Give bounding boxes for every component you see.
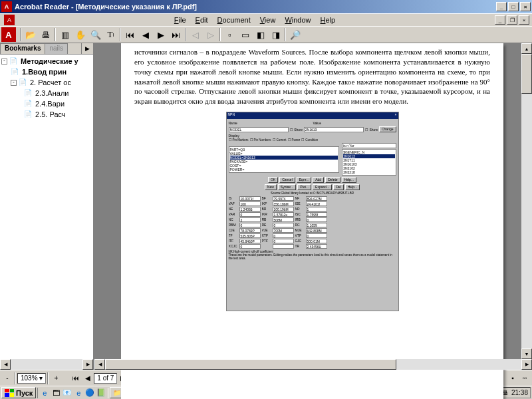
page-field[interactable]: 1 of 7 xyxy=(94,373,117,384)
prev-page-button[interactable]: ◀ xyxy=(138,27,153,42)
mdi-menubar: A FFileile Edit Document View Window Hel… xyxy=(0,13,532,26)
ie-icon[interactable]: e xyxy=(73,388,84,398)
nav-sidebar: Bookmarks nails ▶ - 📄 Методические у 📄 1… xyxy=(0,43,94,370)
tree-item[interactable]: - 📄 2. Расчет ос xyxy=(1,77,92,88)
app-icon[interactable]: 🔵 xyxy=(84,388,95,398)
bookmark-icon: 📄 xyxy=(24,100,33,108)
tab-thumbnails[interactable]: nails xyxy=(45,43,68,54)
bookmark-icon: 📄 xyxy=(24,110,33,118)
zoom-field[interactable]: 103% ▾ xyxy=(17,373,46,384)
menu-edit[interactable]: Edit xyxy=(191,16,213,24)
adobe-icon: A xyxy=(1,27,16,42)
tree-item[interactable]: 📄 2.4.Вари xyxy=(1,98,92,109)
back-button[interactable]: ◁ xyxy=(188,27,203,42)
ie-icon[interactable]: e xyxy=(39,388,50,398)
last-page-button[interactable]: ⏭ xyxy=(168,27,184,42)
title-doc: [Методические указания к ЛР.pdf] xyxy=(76,3,197,11)
quick-launch: e 🗔 📧 e 🔵 📗 xyxy=(37,388,108,398)
close-button[interactable]: × xyxy=(520,2,531,11)
mdi-close[interactable]: × xyxy=(519,15,529,25)
tree-item[interactable]: 📄 2.3.Анали xyxy=(1,88,92,98)
find-button[interactable]: 🔎 xyxy=(287,27,303,42)
forward-button[interactable]: ▷ xyxy=(203,27,218,42)
collapse-icon[interactable]: - xyxy=(1,59,7,65)
menu-window[interactable]: Window xyxy=(280,16,315,24)
title-app: Acrobat Reader xyxy=(15,3,69,11)
body-text: источники сигналов – в подразделе Wavefo… xyxy=(134,47,490,106)
minimize-button[interactable]: _ xyxy=(496,2,507,11)
windows-flag-icon xyxy=(5,389,14,397)
print-button[interactable]: 🖶 xyxy=(38,27,53,42)
bookmark-tree: - 📄 Методические у 📄 1.Ввод прин - 📄 2. … xyxy=(0,55,93,359)
menu-document[interactable]: Document xyxy=(213,16,255,24)
prev-page-status[interactable]: ◀ xyxy=(82,372,94,384)
facing-view[interactable]: ▫▫ xyxy=(519,372,531,384)
tab-scroll-icon[interactable]: ▶ xyxy=(81,43,93,54)
menu-file[interactable]: FFileile xyxy=(170,16,191,24)
app-icon: A xyxy=(1,1,12,12)
app-icon[interactable]: 📗 xyxy=(96,388,106,398)
main-toolbar: A 📂 🖶 ▥ ✋ 🔍 TI ⏮ ◀ ▶ ⏭ ◁ ▷ ▫ ▭ ◧ ◨ 🔎 xyxy=(0,26,532,43)
zoom-tool[interactable]: 🔍 xyxy=(88,27,103,42)
document-pane: источники сигналов – в подразделе Wavefo… xyxy=(94,43,532,370)
reflow-button[interactable]: ◨ xyxy=(268,27,283,42)
content-hscroll[interactable]: ◀ ▶ xyxy=(94,359,532,370)
hand-tool[interactable]: ✋ xyxy=(72,27,88,42)
bookmark-icon: 📄 xyxy=(9,57,19,65)
start-button[interactable]: Пуск xyxy=(1,387,36,398)
bookmark-icon: 📄 xyxy=(11,68,20,76)
app-titlebar: A Acrobat Reader - [Методические указани… xyxy=(0,0,532,13)
zoom-in-button[interactable]: + xyxy=(50,372,62,384)
menu-view[interactable]: View xyxy=(255,16,281,24)
tree-root[interactable]: - 📄 Методические у xyxy=(1,56,92,66)
outlook-icon[interactable]: 📧 xyxy=(62,388,72,398)
tree-item[interactable]: 📄 2.5. Расч xyxy=(1,109,92,120)
mdi-minimize[interactable]: _ xyxy=(495,15,505,25)
tab-bookmarks[interactable]: Bookmarks xyxy=(0,43,45,54)
fit-width-button[interactable]: ◧ xyxy=(253,27,268,42)
sidebar-hscroll[interactable]: ◀▶ xyxy=(0,359,93,370)
text-select-tool[interactable]: TI xyxy=(103,27,118,42)
desktop-icon[interactable]: 🗔 xyxy=(51,388,61,398)
menu-help[interactable]: Help xyxy=(316,16,340,24)
continuous-view[interactable]: ▪ xyxy=(507,372,519,384)
mdi-restore[interactable]: ❐ xyxy=(507,15,517,25)
mdi-icon: A xyxy=(4,15,15,25)
content-vscroll[interactable]: ▲ ▼ xyxy=(521,43,532,359)
open-button[interactable]: 📂 xyxy=(23,27,38,42)
actual-size-button[interactable]: ▫ xyxy=(222,27,237,42)
maximize-button[interactable]: □ xyxy=(508,2,519,11)
collapse-icon[interactable]: - xyxy=(11,80,17,86)
fit-page-button[interactable]: ▭ xyxy=(237,27,253,42)
bookmark-icon: 📄 xyxy=(19,78,28,86)
clock[interactable]: 21:38 xyxy=(511,389,528,396)
bookmark-icon: 📄 xyxy=(24,89,33,97)
embedded-dialog-image: NPN× Name Value MODEL ☐Show 2N1613 ☐Show… xyxy=(226,112,399,311)
first-page-status[interactable]: ⏮ xyxy=(70,372,82,384)
first-page-button[interactable]: ⏮ xyxy=(122,27,138,42)
zoom-out-button[interactable]: - xyxy=(1,372,13,384)
nav-pane-button[interactable]: ▥ xyxy=(57,27,72,42)
pdf-page: источники сигналов – в подразделе Wavefo… xyxy=(121,43,503,399)
next-page-button[interactable]: ▶ xyxy=(153,27,168,42)
tree-item[interactable]: 📄 1.Ввод прин xyxy=(1,66,92,77)
